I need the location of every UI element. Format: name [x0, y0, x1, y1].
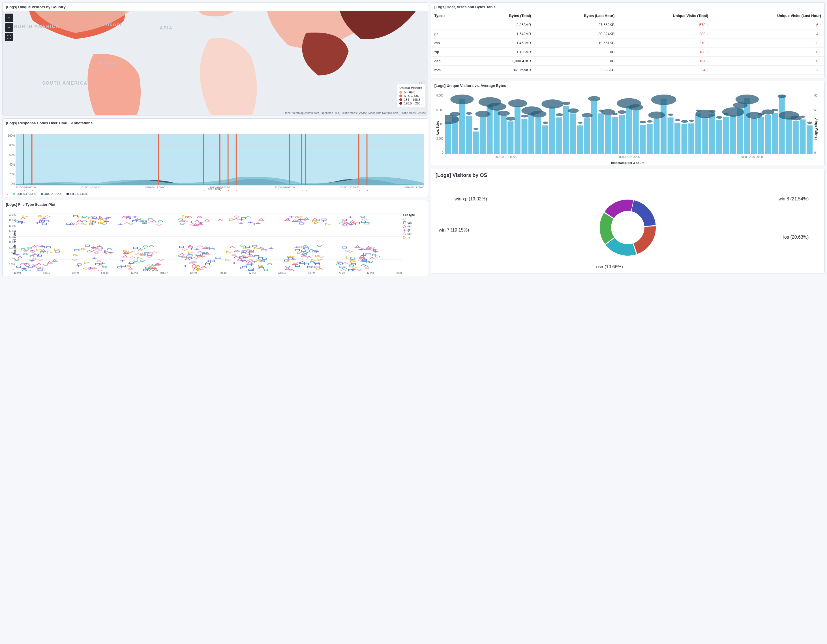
svg-marker-166: [137, 257, 142, 259]
scatter-legend-item[interactable]: [403, 218, 426, 220]
svg-point-505: [777, 95, 786, 98]
svg-rect-304: [304, 263, 309, 265]
svg-marker-74: [14, 248, 17, 250]
table-row[interactable]: css 1.458MB 19.551KB 270↓ 3↓: [431, 39, 824, 48]
resp-legend-item[interactable]: 4042.222%: [41, 192, 62, 195]
svg-point-58: [40, 252, 44, 253]
svg-rect-265: [247, 264, 251, 266]
svg-marker-102: [77, 220, 82, 222]
svg-point-504: [772, 109, 778, 111]
combo-x-label: timestamp per 3 hours: [431, 161, 824, 164]
svg-point-478: [588, 96, 600, 101]
map-legend: Unique Visitors 5 – 69.569.5 – 134134 – …: [396, 84, 425, 107]
table-header[interactable]: Unique Visits (Last Hour): [712, 11, 824, 20]
table-header[interactable]: Bytes (Last Hour): [534, 11, 618, 20]
svg-point-133: [135, 261, 139, 263]
scatter-legend-item[interactable]: zip: [403, 236, 426, 239]
zoom-out-button[interactable]: −: [5, 23, 13, 32]
svg-marker-35: [36, 263, 41, 265]
scatter-legend-item[interactable]: rpm: [403, 232, 426, 235]
svg-point-115: [83, 216, 87, 218]
table-row[interactable]: rpm 361.259KB 3.355KB 54↓ 2↓: [431, 66, 824, 75]
scatter-y-axis: 20,00018,00016,00014,00012,00010,0008,00…: [9, 213, 14, 271]
scatter-chart[interactable]: [14, 213, 402, 271]
table-row[interactable]: deb 1,000.41KB 0B 167↓ 0↓: [431, 56, 824, 66]
map-legend-row: 198.5 – 263: [399, 102, 422, 105]
svg-marker-25: [41, 250, 45, 252]
svg-rect-51: [55, 251, 59, 253]
svg-point-64: [21, 248, 25, 250]
svg-point-461: [473, 128, 478, 130]
table-header[interactable]: Unique Visits (Total): [618, 11, 712, 20]
svg-point-477: [582, 113, 593, 117]
svg-marker-29: [32, 245, 37, 247]
svg-marker-342: [343, 263, 348, 264]
combo-yr-axis: 806040200: [814, 94, 823, 154]
svg-point-465: [498, 111, 510, 116]
svg-marker-50: [23, 216, 28, 217]
svg-point-160: [140, 260, 144, 261]
table-row[interactable]: 2.853MB 27.662KB 578↓ 6↓: [431, 20, 824, 30]
svg-rect-451: [772, 113, 778, 154]
resp-legend-item[interactable]: 5034.444%: [67, 192, 87, 195]
table-row[interactable]: zip 1.108MB 0B 188↓ 0↓: [431, 48, 824, 56]
svg-marker-157: [152, 252, 156, 253]
svg-marker-219: [201, 266, 206, 267]
svg-rect-307: [295, 249, 300, 251]
donut-slice-label: win 8 (21.54%): [779, 197, 809, 202]
zoom-in-button[interactable]: +: [5, 14, 13, 22]
combo-x-axis: 2020-02-16 00:002020-02-18 00:002020-02-…: [445, 155, 813, 159]
svg-point-468: [521, 115, 528, 117]
table-header[interactable]: Bytes (Total): [470, 11, 535, 20]
svg-rect-161: [121, 265, 125, 267]
donut-chart[interactable]: [437, 188, 819, 267]
svg-point-322: [310, 261, 314, 263]
scatter-legend-item[interactable]: css: [403, 221, 426, 224]
svg-marker-239: [226, 252, 231, 253]
svg-marker-201: [198, 252, 202, 253]
svg-rect-31: [38, 269, 42, 271]
svg-point-116: [103, 266, 107, 268]
table-header[interactable]: Type↑: [431, 11, 470, 20]
svg-point-126: [159, 220, 163, 222]
resp-legend-item[interactable]: 20093.333%: [13, 192, 36, 195]
map-legend-title: Unique Visitors: [399, 86, 422, 89]
scatter-legend-item[interactable]: gz: [403, 228, 426, 231]
svg-point-467: [508, 99, 527, 107]
donut-slice-label: ios (20.63%): [783, 234, 809, 240]
svg-rect-435: [661, 99, 666, 154]
svg-point-260: [240, 245, 244, 247]
svg-point-486: [647, 120, 653, 123]
svg-rect-404: [445, 122, 451, 154]
svg-point-53: [30, 255, 34, 257]
svg-rect-423: [577, 125, 583, 154]
svg-rect-439: [688, 123, 694, 154]
combo-yl-axis: 8,0006,0004,0002,0000: [433, 94, 443, 154]
table-row[interactable]: gz 1.642MB 30.824KB 289↓ 4↓: [431, 30, 824, 39]
svg-marker-323: [285, 268, 290, 269]
donut-title: [Logs] Visitors by OS: [431, 169, 824, 182]
svg-rect-455: [799, 119, 805, 154]
svg-marker-272: [234, 250, 239, 252]
svg-point-136: [134, 260, 138, 261]
svg-marker-49: [25, 249, 30, 250]
svg-point-508: [800, 116, 805, 118]
svg-marker-384: [341, 269, 346, 271]
svg-marker-167: [122, 216, 126, 218]
combo-chart[interactable]: [445, 94, 813, 154]
svg-rect-192: [188, 255, 192, 256]
crop-button[interactable]: ⛶: [5, 33, 13, 41]
map-panel-title: [Logs] Unique Visitors by Country: [3, 3, 428, 11]
svg-rect-453: [786, 118, 792, 154]
svg-marker-250: [240, 257, 245, 258]
svg-marker-389: [345, 250, 350, 252]
scatter-legend-item[interactable]: deb: [403, 225, 426, 228]
chevron-down-icon[interactable]: ⌄: [6, 192, 8, 195]
svg-marker-176: [147, 256, 152, 257]
svg-point-491: [681, 120, 688, 123]
resp-area-chart[interactable]: [16, 134, 424, 185]
svg-point-492: [689, 120, 694, 122]
svg-marker-273: [234, 256, 239, 258]
svg-point-500: [735, 95, 759, 104]
choropleth-map[interactable]: NORTH AMERICA SOUTH AMERICA EUROPE AFRIC…: [3, 11, 428, 115]
